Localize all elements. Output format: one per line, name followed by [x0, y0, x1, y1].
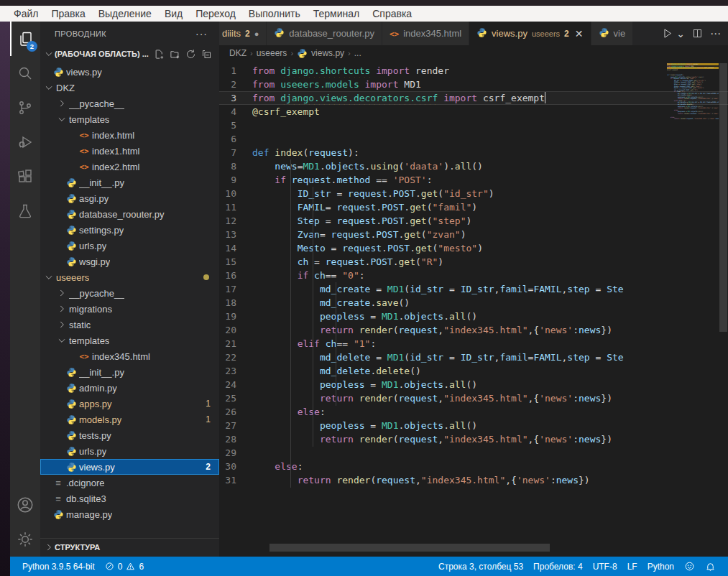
- code-line-30[interactable]: 30 else:: [219, 460, 728, 473]
- chevron-down-icon[interactable]: ⌄: [676, 28, 685, 40]
- breadcrumb-item[interactable]: DKZ: [229, 48, 246, 58]
- tree-file-index2.html[interactable]: <>index2.html: [40, 159, 219, 175]
- tree-folder-useeers[interactable]: useeers: [40, 269, 219, 285]
- tree-file-__init__.py[interactable]: __init__.py: [40, 175, 219, 190]
- code-line-5[interactable]: 5: [219, 119, 728, 132]
- menu-item[interactable]: Переход: [189, 8, 242, 19]
- code-line-1[interactable]: 1from django.shortcuts import render: [219, 64, 728, 78]
- activity-item-run-and-debug[interactable]: [10, 125, 40, 159]
- python-interpreter-selector[interactable]: Python 3.9.5 64-bit: [17, 562, 100, 572]
- code-line-16[interactable]: 16 if ch== "0":: [219, 269, 728, 282]
- menu-item[interactable]: Вид: [158, 8, 189, 19]
- code-line-12[interactable]: 12 Step = request.POST.get("step"): [219, 214, 728, 228]
- code-line-24[interactable]: 24 peopless = MD1.objects.all(): [219, 378, 728, 391]
- code-line-13[interactable]: 13 Zvan= request.POST.get("zvan"): [219, 228, 728, 241]
- tree-file-views.py[interactable]: views.py2: [40, 459, 219, 475]
- menu-item[interactable]: Выполнить: [242, 8, 307, 19]
- tree-file-wsgi.py[interactable]: wsgi.py: [40, 254, 219, 269]
- code-line-26[interactable]: 26 else:: [219, 405, 728, 419]
- activity-item-testing[interactable]: [10, 194, 40, 228]
- code-line-11[interactable]: 11 FAMIL= request.POST.get("famil"): [219, 200, 728, 214]
- menu-item[interactable]: Файл: [7, 8, 45, 19]
- code-line-25[interactable]: 25 return render(request,"index345.html"…: [219, 391, 728, 405]
- tree-file-admin.py[interactable]: admin.py: [40, 380, 219, 396]
- tab-views.py[interactable]: views.pyuseeers2✕: [469, 22, 591, 45]
- tab-vie[interactable]: vie: [591, 22, 634, 45]
- tab-index345.html[interactable]: <>index345.html: [382, 22, 469, 45]
- split-editor-icon[interactable]: [692, 28, 703, 39]
- tree-file-tests.py[interactable]: tests.py: [40, 427, 219, 443]
- run-icon[interactable]: [661, 27, 673, 40]
- activity-item-account[interactable]: [10, 488, 40, 522]
- code-line-4[interactable]: 4@csrf_exempt: [219, 105, 728, 119]
- menu-item[interactable]: Терминал: [307, 8, 366, 19]
- tree-file-models.py[interactable]: models.py1: [40, 412, 219, 427]
- code-line-9[interactable]: 9 if request.method == 'POST':: [219, 173, 728, 187]
- tree-folder-templates[interactable]: templates: [40, 333, 219, 348]
- tree-folder-templates[interactable]: templates: [40, 111, 219, 127]
- eol-selector[interactable]: LF: [622, 562, 642, 572]
- tree-file-urls.py[interactable]: urls.py: [40, 443, 219, 459]
- tree-file-__init__.py[interactable]: __init__.py: [40, 364, 219, 380]
- cursor-position[interactable]: Строка 3, столбец 53: [433, 562, 528, 572]
- tree-file-.dcignore[interactable]: ≡.dcignore: [40, 475, 219, 491]
- code-line-23[interactable]: 23 md_delete.delete(): [219, 364, 728, 378]
- encoding-selector[interactable]: UTF-8: [588, 562, 622, 572]
- code-line-3[interactable]: 3from django.views.decorators.csrf impor…: [219, 91, 728, 105]
- minimap[interactable]: from django.shortcuts import renderfrom …: [667, 63, 719, 120]
- activity-item-extensions[interactable]: [10, 159, 40, 194]
- code-line-7[interactable]: 7def index(request):: [219, 146, 728, 159]
- code-editor[interactable]: 1from django.shortcuts import render2fro…: [219, 61, 728, 544]
- tree-file-urls.py[interactable]: urls.py: [40, 238, 219, 254]
- code-line-17[interactable]: 17 md_create = MD1(id_str = ID_str,famil…: [219, 282, 728, 296]
- tab-database_roouter.py[interactable]: database_roouter.py: [267, 22, 382, 45]
- code-line-8[interactable]: 8 news=MD1.objects.using('daata').all(): [219, 159, 728, 173]
- activity-item-source-control[interactable]: [10, 90, 40, 125]
- code-line-18[interactable]: 18 md_create.save(): [219, 296, 728, 310]
- tree-file-settings.py[interactable]: settings.py: [40, 222, 219, 238]
- tree-file-db.sqlite3[interactable]: ≡db.sqlite3: [40, 491, 219, 506]
- tree-file-index1.html[interactable]: <>index1.html: [40, 143, 219, 159]
- feedback-icon[interactable]: [679, 561, 700, 572]
- outline-section-header[interactable]: СТРУКТУРА: [40, 538, 219, 555]
- tree-file-index345.html[interactable]: <>index345.html: [40, 348, 219, 364]
- code-line-29[interactable]: 29: [219, 446, 728, 460]
- new-folder-icon[interactable]: [170, 49, 180, 60]
- horizontal-scrollbar[interactable]: [269, 544, 550, 552]
- tree-file-manage.py[interactable]: manage.py: [40, 506, 219, 522]
- tree-folder-static[interactable]: static: [40, 317, 219, 333]
- new-file-icon[interactable]: [154, 49, 165, 60]
- notifications-bell-icon[interactable]: [700, 561, 721, 572]
- tree-folder-__pycache__[interactable]: __pycache__: [40, 285, 219, 301]
- workspace-section-header[interactable]: (РАБОЧАЯ ОБЛАСТЬ) ...: [40, 45, 219, 62]
- indentation-selector[interactable]: Пробелов: 4: [528, 562, 588, 572]
- menu-item[interactable]: Выделение: [92, 8, 158, 19]
- tree-file-views.py[interactable]: views.py: [40, 64, 219, 80]
- code-line-19[interactable]: 19 peopless = MD1.objects.all(): [219, 310, 728, 323]
- breadcrumb[interactable]: DKZ›useeers›views.py›...: [219, 45, 728, 61]
- activity-item-settings[interactable]: [10, 522, 40, 557]
- tab-diiits[interactable]: diiits2●: [219, 22, 267, 45]
- code-line-28[interactable]: 28 return render(request,"index345.html"…: [219, 432, 728, 446]
- more-actions-icon[interactable]: ⋯: [710, 27, 721, 40]
- menu-item[interactable]: Правка: [45, 8, 91, 19]
- code-line-31[interactable]: 31 return render(request,"index345.html"…: [219, 473, 728, 487]
- vertical-scrollbar[interactable]: [719, 63, 727, 332]
- code-line-22[interactable]: 22 md_delete = MD1(id_str = ID_str,famil…: [219, 350, 728, 364]
- tree-file-index.html[interactable]: <>index.html: [40, 127, 219, 143]
- language-mode-selector[interactable]: Python: [642, 562, 679, 572]
- sidebar-more-actions-icon[interactable]: ···: [195, 28, 208, 40]
- code-line-14[interactable]: 14 Mesto = request.POST.get("mesto"): [219, 241, 728, 255]
- tree-folder-__pycache__[interactable]: __pycache__: [40, 96, 219, 111]
- collapse-all-icon[interactable]: [201, 49, 212, 60]
- close-tab-icon[interactable]: ✕: [575, 28, 584, 40]
- breadcrumb-item[interactable]: views.py: [311, 48, 344, 58]
- tree-file-apps.py[interactable]: apps.py1: [40, 396, 219, 412]
- tree-file-asgi.py[interactable]: asgi.py: [40, 190, 219, 206]
- breadcrumb-item[interactable]: ...: [354, 48, 361, 58]
- tree-file-database_roouter.py[interactable]: database_roouter.py: [40, 206, 219, 222]
- code-line-10[interactable]: 10 ID_str = request.POST.get("id_str"): [219, 187, 728, 200]
- tree-folder-migrations[interactable]: migrations: [40, 301, 219, 317]
- activity-item-search[interactable]: [10, 56, 40, 90]
- code-line-21[interactable]: 21 elif ch== "1":: [219, 337, 728, 350]
